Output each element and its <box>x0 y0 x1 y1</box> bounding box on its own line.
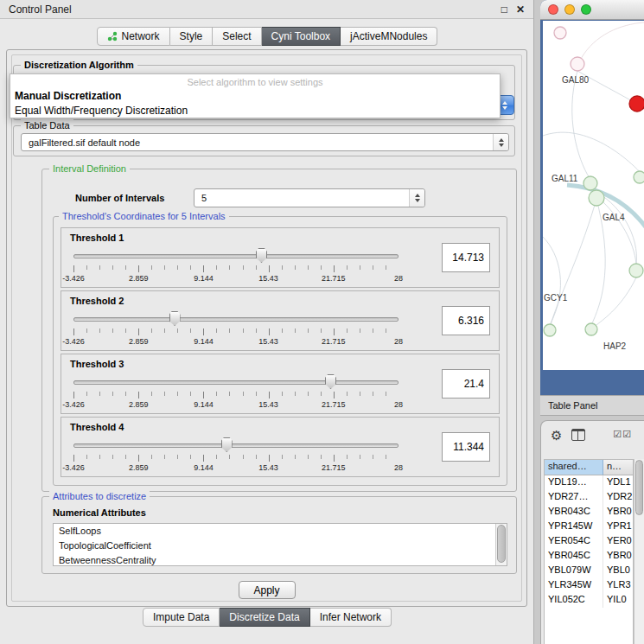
table-row[interactable]: YDL19…YDL1 <box>545 475 633 490</box>
arrow-up-icon <box>499 138 504 142</box>
table-row[interactable]: YPR145WYPR1 <box>545 520 633 534</box>
network-node[interactable] <box>554 27 566 39</box>
attributes-group-title: Attributes to discretize <box>49 490 150 502</box>
tab-infer-network[interactable]: Infer Network <box>310 608 392 627</box>
tab-style[interactable]: Style <box>170 27 214 46</box>
arrow-down-icon <box>499 143 504 147</box>
discretization-algorithm-group-title: Discretization Algorithm <box>21 59 137 71</box>
dropdown-hint: Select algorithm to view settings <box>10 75 500 89</box>
column-header-0[interactable]: shared… <box>545 460 603 475</box>
network-edge <box>592 206 605 323</box>
tab-label: Cyni Toolbox <box>271 30 330 42</box>
scale-label: -3.426 <box>62 274 85 283</box>
list-item[interactable]: SelfLoops <box>54 524 507 539</box>
checkbox-icons[interactable]: ☑☑ <box>613 429 632 440</box>
apply-button[interactable]: Apply <box>239 581 296 599</box>
table-scrollbar[interactable] <box>634 459 644 644</box>
scale-label: 9.144 <box>194 463 214 472</box>
table-row[interactable]: YIL052CYIL0 <box>545 593 633 608</box>
table-row[interactable]: YDR27…YDR2 <box>545 490 633 505</box>
column-header-1[interactable]: n… <box>603 460 633 475</box>
threshold-value-field[interactable]: 21.4 <box>442 369 490 399</box>
network-node[interactable] <box>629 264 643 277</box>
number-of-intervals-combobox[interactable]: 5 <box>194 188 425 207</box>
table-row[interactable]: YBL079WYBL0 <box>545 564 633 578</box>
network-tab-icon <box>107 31 118 41</box>
network-node[interactable] <box>583 176 597 190</box>
slider-thumb[interactable] <box>221 437 233 452</box>
table-row[interactable]: YER054CYER0 <box>545 534 633 549</box>
network-node[interactable] <box>544 324 556 336</box>
attributes-list-scrollbar[interactable] <box>495 524 507 565</box>
network-node[interactable] <box>585 323 597 335</box>
tab-label: Network <box>122 30 160 42</box>
zoom-light[interactable] <box>581 4 591 15</box>
slider-thumb[interactable] <box>169 311 181 326</box>
tab-cyni-toolbox[interactable]: Cyni Toolbox <box>262 27 341 46</box>
arrow-up-icon <box>502 101 507 105</box>
scale-label: 9.144 <box>194 274 214 283</box>
tab-label: jActiveMNodules <box>350 30 427 42</box>
close-light[interactable] <box>548 4 558 15</box>
columns-icon[interactable] <box>571 429 585 441</box>
gear-icon[interactable]: ⚙ <box>551 429 562 442</box>
network-node[interactable] <box>629 96 644 112</box>
list-item[interactable]: TopologicalCoefficient <box>54 539 507 553</box>
screen: Control Panel □ ✕ NetworkStyleSelectCyni… <box>0 0 644 644</box>
table-data-combobox[interactable]: galFiltered.sif default node <box>21 133 509 151</box>
close-icon[interactable]: ✕ <box>516 4 525 15</box>
cell-name: YDL1 <box>603 475 633 490</box>
dropdown-option-manual-discretization[interactable]: Manual Discretization <box>10 89 500 104</box>
thresholds-container: Threshold 1-3.4262.8599.14415.4321.71528… <box>61 227 500 477</box>
thresholds-group-title: Threshold's Coordinates for 5 Intervals <box>59 210 229 222</box>
scale-label: 28 <box>394 400 403 409</box>
minimize-icon[interactable]: □ <box>501 4 507 15</box>
network-node[interactable] <box>571 57 584 71</box>
table-row[interactable]: YBR043CYBR0 <box>545 505 633 520</box>
scale-label: 9.144 <box>194 400 214 409</box>
tab-label: Style <box>180 30 203 42</box>
dropdown-option-equal-width-frequency[interactable]: Equal Width/Frequency Discretization <box>10 104 500 118</box>
slider-thumb[interactable] <box>325 374 336 389</box>
list-item[interactable]: BetweennessCentrality <box>54 553 507 566</box>
threshold-slider[interactable]: -3.4262.8599.14415.4321.71528 <box>73 437 399 475</box>
tab-network[interactable]: Network <box>97 27 170 46</box>
cell-shared-name: YDR27… <box>545 490 603 505</box>
tab-discretize-data[interactable]: Discretize Data <box>220 608 309 627</box>
combo-stepper-icon[interactable] <box>409 189 424 207</box>
arrow-down-icon <box>502 106 507 110</box>
threshold-value-field[interactable]: 6.316 <box>442 306 490 335</box>
tab-jactivemnodules[interactable]: jActiveMNodules <box>341 27 437 46</box>
slider-thumb[interactable] <box>256 248 267 263</box>
scrollbar-thumb[interactable] <box>635 460 643 515</box>
network-canvas[interactable]: GAL80GAL11GAL4GCY1HAP2 <box>543 21 644 370</box>
combo-stepper-icon[interactable] <box>493 134 508 150</box>
cell-shared-name: YPR145W <box>545 520 603 534</box>
threshold-slider[interactable]: -3.4262.8599.14415.4321.71528 <box>73 373 399 411</box>
cell-name: YDR2 <box>603 490 633 505</box>
cell-shared-name: YDL19… <box>545 475 603 490</box>
slider-track[interactable] <box>73 317 399 322</box>
threshold-slider[interactable]: -3.4262.8599.14415.4321.71528 <box>73 310 399 348</box>
slider-track[interactable] <box>73 443 399 448</box>
tab-select[interactable]: Select <box>213 27 261 46</box>
threshold-value-field[interactable]: 14.713 <box>442 243 490 272</box>
attributes-list[interactable]: SelfLoopsTopologicalCoefficientBetweenne… <box>53 523 507 566</box>
table-row[interactable]: YLR345WYLR3 <box>545 578 633 593</box>
table-row[interactable]: YBR045CYBR0 <box>545 549 633 564</box>
network-window-titlebar <box>540 0 644 20</box>
slider-track[interactable] <box>73 380 399 385</box>
threshold-slider[interactable]: -3.4262.8599.14415.4321.71528 <box>73 247 399 285</box>
network-edge <box>581 22 644 59</box>
threshold-value-field[interactable]: 11.344 <box>442 432 490 462</box>
slider-track[interactable] <box>73 254 399 258</box>
scrollbar-thumb[interactable] <box>497 525 506 563</box>
scale-label: 21.715 <box>322 463 346 472</box>
node-label: HAP2 <box>603 341 627 351</box>
tab-impute-data[interactable]: Impute Data <box>143 608 220 627</box>
tab-label: Select <box>222 30 251 42</box>
minimize-light[interactable] <box>564 4 575 15</box>
scale-label: 15.43 <box>258 337 278 346</box>
network-node[interactable] <box>589 190 604 206</box>
network-node[interactable] <box>634 171 644 183</box>
